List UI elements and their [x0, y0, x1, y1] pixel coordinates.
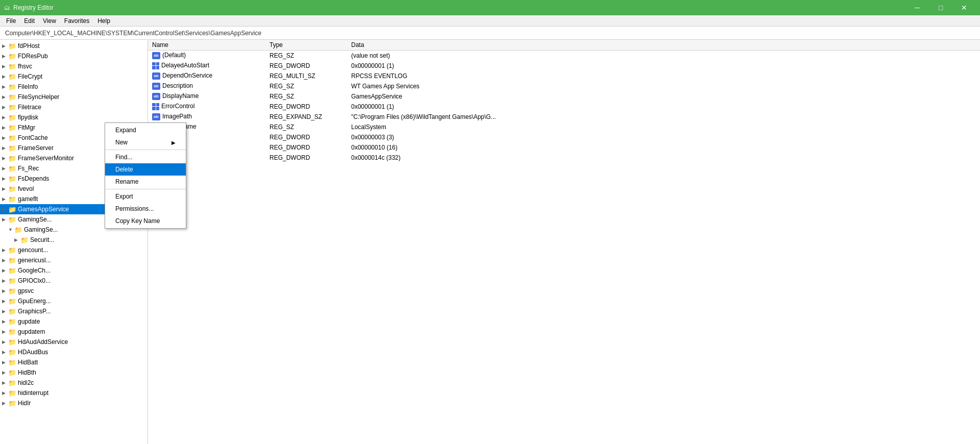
right-scroll[interactable]: Name Type Data ab(Default)REG_SZ(value n…	[148, 40, 980, 444]
tree-item[interactable]: ▶📁hidinterrupt	[0, 388, 148, 398]
tree-item[interactable]: ▶📁gupdatem	[0, 327, 148, 337]
tree-item[interactable]: ▶📁Securit...	[0, 235, 148, 245]
table-row[interactable]: ErrorControlREG_DWORD0x00000001 (1)	[148, 102, 980, 112]
table-row[interactable]: abDescriptionREG_SZWT Games App Services	[148, 81, 980, 91]
tree-item[interactable]: ▶📁GpuEnerg...	[0, 296, 148, 306]
tree-item-label: hidinterrupt	[18, 389, 48, 397]
folder-icon: 📁	[8, 83, 16, 91]
folder-icon: 📁	[8, 318, 16, 326]
menu-edit[interactable]: Edit	[20, 16, 39, 26]
tree-arrow-icon: ▶	[2, 125, 8, 130]
table-row[interactable]: abObjectNameREG_SZLocalSystem	[148, 122, 980, 132]
folder-icon: 📁	[8, 206, 16, 213]
folder-icon: 📁	[8, 73, 16, 81]
menu-view[interactable]: View	[39, 16, 60, 26]
menu-favorites[interactable]: Favorites	[60, 16, 93, 26]
tree-scroll[interactable]: ▶📁fdPHost▶📁FDResPub▶📁fhsvc▶📁FileCrypt▶📁F…	[0, 40, 148, 444]
folder-icon: 📁	[8, 379, 16, 387]
tree-item[interactable]: ▶📁HdAudAddService	[0, 337, 148, 347]
table-row[interactable]: abImagePathREG_EXPAND_SZ"C:\Program File…	[148, 112, 980, 122]
context-menu-divider	[105, 189, 186, 189]
col-header-name: Name	[148, 40, 265, 51]
context-menu-item-export[interactable]: Export	[105, 190, 186, 203]
tree-item[interactable]: ▶📁Filetrace	[0, 102, 148, 112]
context-menu-item-new[interactable]: New▶	[105, 136, 186, 149]
table-row[interactable]: StartREG_DWORD0x00000003 (3)	[148, 132, 980, 142]
tree-arrow-icon: ▶	[2, 268, 8, 273]
tree-item[interactable]: ▶📁GPIOClx0...	[0, 276, 148, 286]
table-row[interactable]: abDependOnServiceREG_MULTI_SZRPCSS EVENT…	[148, 71, 980, 81]
context-menu-arrow-icon: ▶	[172, 140, 176, 145]
folder-icon: 📁	[8, 257, 16, 264]
table-row[interactable]: WOW64REG_DWORD0x0000014c (332)	[148, 153, 980, 163]
tree-arrow-icon: ▶	[2, 74, 8, 79]
tree-item-label: gupdatem	[18, 328, 45, 335]
context-menu-item-find[interactable]: Find...	[105, 151, 186, 163]
registry-name: ErrorControl	[161, 103, 194, 110]
tree-item-label: FileCrypt	[18, 73, 42, 80]
table-row[interactable]: TypeREG_DWORD0x00000010 (16)	[148, 142, 980, 153]
close-button[interactable]: ✕	[952, 0, 976, 15]
tree-item-label: GamingSe...	[24, 226, 58, 233]
tree-item-label: gupdate	[18, 318, 40, 325]
menu-file[interactable]: File	[2, 16, 20, 26]
context-menu-item-copy-key-name[interactable]: Copy Key Name	[105, 215, 186, 227]
tree-item[interactable]: ▶📁FDResPub	[0, 51, 148, 61]
tree-item-label: fvevol	[18, 185, 34, 192]
tree-item-label: GamingSe...	[18, 216, 52, 223]
registry-data-cell: 0x0000014c (332)	[347, 153, 980, 163]
tree-arrow-icon: ▶	[2, 145, 8, 151]
context-menu-label: Expand	[115, 127, 136, 134]
context-menu-label: Permissions...	[115, 205, 154, 212]
tree-item[interactable]: ▶📁HidBth	[0, 367, 148, 378]
context-menu-item-rename[interactable]: Rename	[105, 176, 186, 188]
tree-item[interactable]: ▶📁flpydisk	[0, 112, 148, 122]
tree-item-label: HDAudBus	[18, 349, 48, 356]
tree-item-label: Securit...	[30, 236, 54, 243]
tree-item-label: FrameServer	[18, 144, 54, 152]
tree-item[interactable]: ▶📁HidBatt	[0, 357, 148, 367]
minimize-button[interactable]: ─	[905, 0, 929, 15]
tree-item[interactable]: ▶📁fdPHost	[0, 41, 148, 51]
tree-arrow-icon: ▶	[2, 156, 8, 161]
folder-icon: 📁	[8, 53, 16, 60]
menu-help[interactable]: Help	[93, 16, 114, 26]
tree-item[interactable]: ▶📁hidi2c	[0, 378, 148, 388]
table-row[interactable]: ab(Default)REG_SZ(value not set)	[148, 51, 980, 61]
registry-data-cell: 0x00000010 (16)	[347, 142, 980, 153]
context-menu-item-delete[interactable]: Delete	[105, 163, 186, 176]
tree-item-label: GoogleCh...	[18, 267, 51, 274]
context-menu-item-expand[interactable]: Expand	[105, 124, 186, 136]
tree-item[interactable]: ▶📁gpsvc	[0, 286, 148, 296]
registry-type-cell: REG_DWORD	[265, 142, 347, 153]
tree-item-label: genericusl...	[18, 257, 51, 264]
tree-item[interactable]: ▶📁FileCrypt	[0, 71, 148, 82]
tree-item[interactable]: ▶📁gencount...	[0, 245, 148, 255]
maximize-button[interactable]: □	[929, 0, 952, 15]
table-row[interactable]: abDisplayNameREG_SZGamesAppService	[148, 91, 980, 102]
tree-item[interactable]: ▶📁HidIr	[0, 398, 148, 408]
folder-icon: 📁	[8, 400, 16, 407]
registry-type-cell: REG_SZ	[265, 122, 347, 132]
registry-name: ImagePath	[162, 113, 192, 120]
tree-item[interactable]: ▶📁fhsvc	[0, 61, 148, 71]
tree-item[interactable]: ▶📁GoogleCh...	[0, 265, 148, 276]
tree-arrow-icon: ▶	[2, 135, 8, 140]
tree-arrow-icon: ▶	[2, 43, 8, 48]
tree-item[interactable]: ▶📁genericusl...	[0, 255, 148, 265]
table-row[interactable]: DelayedAutoStartREG_DWORD0x00000001 (1)	[148, 61, 980, 71]
tree-item[interactable]: ▶📁gupdate	[0, 316, 148, 327]
registry-name-cell: abDescription	[148, 81, 265, 91]
tree-item-label: GraphicsP...	[18, 308, 51, 315]
tree-arrow-icon: ▶	[2, 176, 8, 181]
registry-name-cell: ErrorControl	[148, 102, 265, 112]
folder-icon: 📁	[8, 63, 16, 70]
registry-data-cell: WT Games App Services	[347, 81, 980, 91]
tree-arrow-icon: ▶	[2, 64, 8, 69]
tree-item[interactable]: ▶📁FileSyncHelper	[0, 92, 148, 102]
context-menu-item-permissions[interactable]: Permissions...	[105, 203, 186, 215]
tree-item[interactable]: ▶📁HDAudBus	[0, 347, 148, 357]
tree-item[interactable]: ▶📁GraphicsP...	[0, 306, 148, 316]
tree-item[interactable]: ▶📁FileInfo	[0, 82, 148, 92]
tree-item-label: GamesAppService	[18, 206, 69, 213]
